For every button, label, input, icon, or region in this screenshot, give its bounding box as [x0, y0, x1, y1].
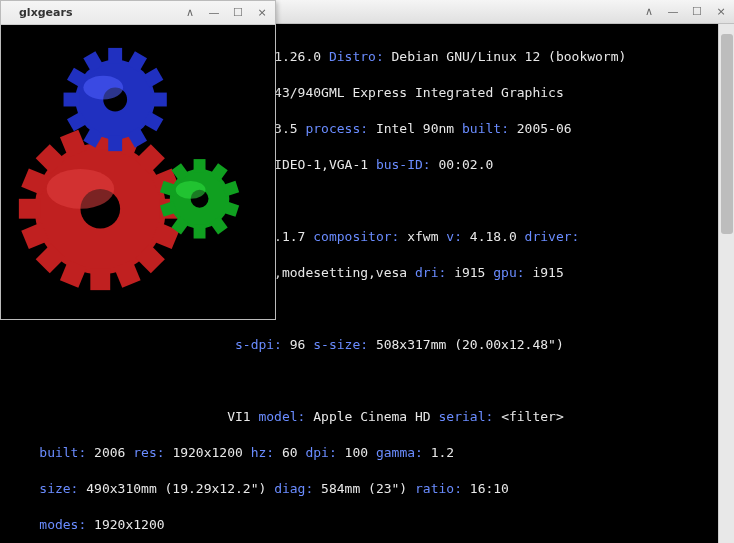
close-button[interactable]: ×: [714, 5, 728, 18]
scrollbar-thumb[interactable]: [721, 34, 733, 234]
info-line: size: 490x310mm (19.29x12.2") diag: 584m…: [8, 480, 710, 498]
minimize-button[interactable]: —: [666, 5, 680, 18]
gears-icon: [1, 25, 275, 319]
glxgears-title: glxgears: [7, 6, 183, 19]
glx-close-button[interactable]: ×: [255, 6, 269, 19]
glxgears-titlebar[interactable]: glxgears ∧ — ☐ ×: [1, 1, 275, 25]
svg-rect-10: [194, 159, 206, 173]
glx-window-buttons: ∧ — ☐ ×: [183, 6, 269, 19]
glx-minimize-button[interactable]: —: [207, 6, 221, 19]
svg-point-4: [47, 169, 115, 209]
svg-rect-6: [108, 48, 122, 64]
rollup-button[interactable]: ∧: [642, 5, 656, 18]
scrollbar[interactable]: [718, 24, 734, 543]
svg-point-8: [83, 76, 123, 100]
info-line: VI1 model: Apple Cinema HD serial: <filt…: [8, 408, 710, 426]
info-line: modes: 1920x1200: [8, 516, 710, 534]
glxgears-window[interactable]: glxgears ∧ — ☐ ×: [0, 0, 276, 320]
glx-maximize-button[interactable]: ☐: [231, 6, 245, 19]
window-buttons: ∧ — ☐ ×: [642, 5, 728, 18]
info-line: s-dpi: 96 s-size: 508x317mm (20.00x12.48…: [8, 336, 710, 354]
info-line: [8, 372, 710, 390]
glx-rollup-button[interactable]: ∧: [183, 6, 197, 19]
info-line: built: 2006 res: 1920x1200 hz: 60 dpi: 1…: [8, 444, 710, 462]
maximize-button[interactable]: ☐: [690, 5, 704, 18]
svg-point-12: [176, 181, 206, 199]
